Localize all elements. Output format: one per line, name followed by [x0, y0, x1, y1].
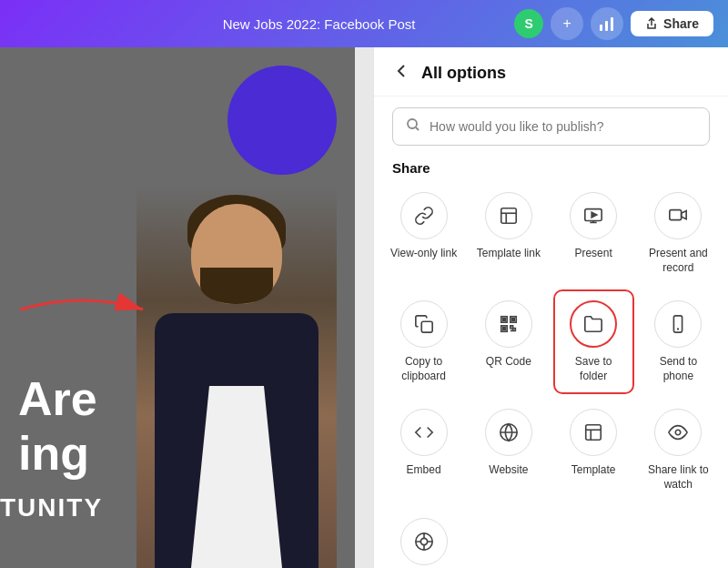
option-share-link-to-watch[interactable]: Share link to watch [640, 400, 717, 501]
back-button[interactable] [392, 62, 410, 85]
search-icon [406, 117, 420, 136]
option-save-to-folder[interactable]: Save to folder [555, 291, 632, 392]
search-box [392, 107, 710, 146]
template-link-label: Template link [477, 247, 541, 261]
copy-to-clipboard-label: Copy to clipboard [390, 355, 457, 383]
canvas-text-ing: ing [18, 430, 89, 477]
svg-rect-9 [670, 210, 682, 220]
svg-rect-16 [502, 328, 505, 330]
website-label: Website [489, 463, 528, 478]
share-section-label: Share [374, 157, 728, 183]
option-embed[interactable]: Embed [385, 400, 462, 501]
embed-icon [400, 409, 448, 456]
svg-rect-4 [501, 208, 517, 224]
present-and-record-icon [654, 192, 702, 239]
canvas-text-are: Are [18, 375, 97, 422]
website-icon [485, 409, 532, 456]
add-button[interactable]: + [551, 7, 583, 40]
panel-header: All options [374, 47, 728, 96]
svg-rect-0 [600, 25, 602, 31]
svg-rect-15 [512, 319, 515, 321]
option-send-to-phone[interactable]: Send to phone [640, 291, 717, 392]
send-to-phone-label: Send to phone [645, 355, 712, 383]
option-copy-to-clipboard[interactable]: Copy to clipboard [385, 291, 462, 392]
copy-to-clipboard-icon [400, 300, 448, 348]
analytics-icon[interactable] [591, 7, 623, 40]
svg-marker-8 [592, 212, 597, 218]
option-present[interactable]: Present [555, 183, 632, 284]
option-website[interactable]: Website [470, 400, 547, 501]
svg-rect-1 [605, 21, 608, 31]
avatar[interactable]: S [514, 9, 543, 38]
option-prototype[interactable]: Prototype [385, 509, 462, 568]
bg-circle [228, 66, 337, 175]
template-icon [570, 409, 617, 456]
options-grid: View-only linkTemplate linkPresentPresen… [374, 183, 728, 568]
search-container [374, 96, 728, 157]
person-beard [200, 268, 273, 304]
option-view-only-link[interactable]: View-only link [385, 183, 462, 284]
person-image [136, 186, 337, 568]
svg-rect-10 [421, 321, 432, 332]
save-to-folder-icon [570, 300, 617, 348]
qr-code-icon [485, 300, 532, 348]
template-link-icon [485, 192, 532, 239]
option-qr-code[interactable]: QR Code [470, 291, 547, 392]
option-template[interactable]: Template [555, 400, 632, 501]
svg-point-23 [676, 431, 682, 436]
panel-title: All options [421, 64, 506, 83]
view-only-link-icon [400, 192, 448, 239]
svg-point-3 [408, 119, 417, 128]
save-to-folder-label: Save to folder [561, 355, 627, 383]
prototype-icon [400, 518, 448, 565]
header: New Jobs 2022: Facebook Post S + Share [0, 0, 728, 47]
share-button[interactable]: Share [631, 11, 713, 36]
header-controls: S + Share [514, 7, 713, 40]
template-label: Template [571, 463, 616, 478]
canvas-text-tunity: TUNITY [0, 493, 103, 522]
share-link-to-watch-label: Share link to watch [645, 463, 712, 492]
option-present-and-record[interactable]: Present and record [640, 183, 717, 284]
person-shirt [191, 386, 282, 568]
option-template-link[interactable]: Template link [470, 183, 547, 284]
svg-point-25 [420, 538, 427, 544]
view-only-link-label: View-only link [390, 247, 457, 261]
share-panel: All options Share View-only linkTemplate… [373, 47, 728, 568]
svg-rect-14 [502, 319, 505, 321]
search-input[interactable] [430, 119, 696, 134]
present-label: Present [574, 247, 612, 261]
document-title: New Jobs 2022: Facebook Post [124, 16, 514, 32]
qr-code-label: QR Code [486, 355, 531, 370]
svg-rect-20 [586, 425, 602, 441]
canvas-content: Are ing TUNITY [0, 47, 355, 568]
svg-rect-2 [611, 17, 613, 31]
embed-label: Embed [407, 463, 441, 478]
send-to-phone-icon [654, 300, 702, 348]
present-and-record-label: Present and record [645, 247, 712, 275]
present-icon [570, 192, 617, 239]
person-body [155, 313, 318, 568]
share-link-to-watch-icon [654, 409, 702, 456]
